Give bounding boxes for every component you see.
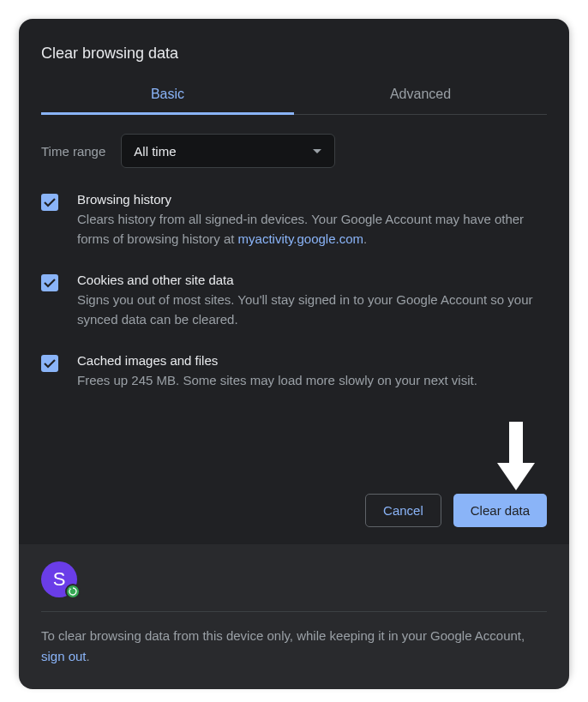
option-text: Cookies and other site data Signs you ou… bbox=[77, 273, 547, 329]
option-title: Browsing history bbox=[77, 192, 547, 207]
tab-advanced[interactable]: Advanced bbox=[294, 75, 547, 114]
dialog-title: Clear browsing data bbox=[41, 41, 547, 75]
chevron-down-icon bbox=[312, 143, 322, 159]
svg-rect-0 bbox=[509, 422, 523, 465]
checkbox-browsing-history[interactable] bbox=[41, 194, 58, 211]
arrow-down-icon bbox=[495, 422, 537, 495]
check-icon bbox=[44, 198, 56, 207]
checkbox-cache[interactable] bbox=[41, 355, 58, 372]
options-list: Browsing history Clears history from all… bbox=[41, 187, 547, 391]
option-cache: Cached images and files Frees up 245 MB.… bbox=[41, 353, 547, 391]
clear-data-button[interactable]: Clear data bbox=[453, 494, 547, 527]
time-range-label: Time range bbox=[41, 144, 105, 159]
time-range-dropdown[interactable]: All time bbox=[121, 134, 335, 168]
tabs: Basic Advanced bbox=[41, 75, 547, 115]
avatar-letter: S bbox=[53, 568, 66, 591]
cancel-button[interactable]: Cancel bbox=[365, 494, 441, 527]
option-browsing-history: Browsing history Clears history from all… bbox=[41, 192, 547, 249]
tab-basic[interactable]: Basic bbox=[41, 75, 294, 114]
option-cookies: Cookies and other site data Signs you ou… bbox=[41, 273, 547, 329]
check-icon bbox=[44, 359, 56, 369]
option-description: Signs you out of most sites. You'll stay… bbox=[77, 291, 547, 329]
avatar: S bbox=[41, 561, 77, 597]
time-range-value: All time bbox=[134, 144, 176, 159]
option-title: Cached images and files bbox=[77, 353, 547, 368]
time-range-row: Time range All time bbox=[41, 115, 547, 187]
option-description: Clears history from all signed-in device… bbox=[77, 210, 547, 249]
option-text: Cached images and files Frees up 245 MB.… bbox=[77, 353, 547, 391]
option-description: Frees up 245 MB. Some sites may load mor… bbox=[77, 371, 547, 391]
option-text: Browsing history Clears history from all… bbox=[77, 192, 547, 249]
footer-text: To clear browsing data from this device … bbox=[41, 626, 547, 667]
sign-out-link[interactable]: sign out bbox=[41, 649, 87, 663]
option-title: Cookies and other site data bbox=[77, 273, 547, 287]
avatar-row: S bbox=[41, 561, 547, 611]
clear-browsing-data-dialog: Clear browsing data Basic Advanced Time … bbox=[19, 19, 569, 683]
checkbox-cookies[interactable] bbox=[41, 274, 58, 291]
sync-badge-icon bbox=[65, 584, 81, 599]
myactivity-link[interactable]: myactivity.google.com bbox=[238, 231, 363, 246]
divider bbox=[41, 611, 547, 612]
check-icon bbox=[44, 279, 56, 288]
dialog-footer: S To clear browsing data from this devic… bbox=[19, 544, 569, 689]
dialog-actions: Cancel Clear data bbox=[41, 391, 547, 544]
